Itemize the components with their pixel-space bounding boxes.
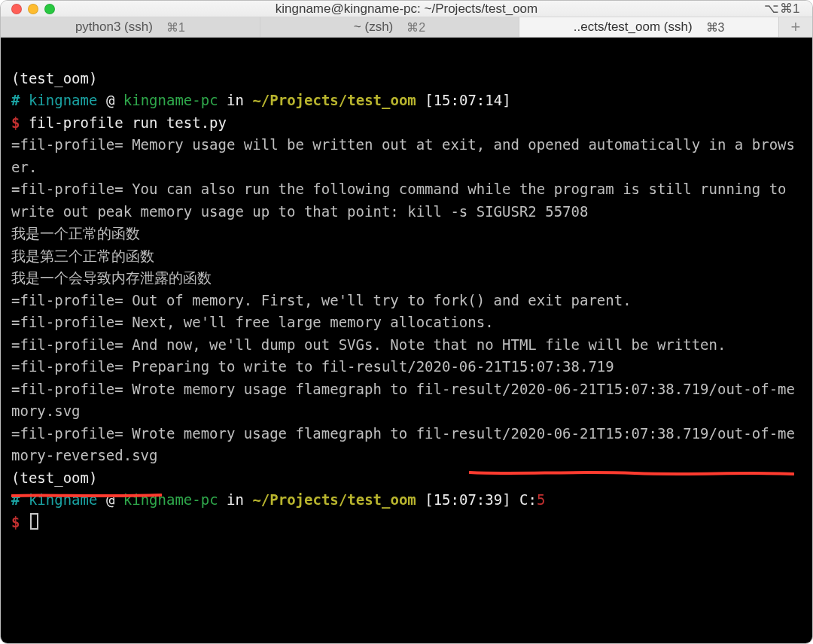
zoom-icon[interactable] — [44, 4, 55, 14]
output-line: =fil-profile= Wrote memory usage flamegr… — [11, 381, 795, 420]
tab-shortcut: ⌘2 — [406, 20, 425, 35]
prompt-dollar: $ — [11, 514, 20, 530]
venv-label: (test_oom) — [11, 70, 97, 87]
exit-code-label: C: — [519, 491, 537, 508]
prompt-in: in — [227, 491, 244, 508]
tab-label: ~ (zsh) — [354, 20, 393, 35]
prompt-path: ~/Projects/test_oom — [252, 92, 416, 108]
prompt-user: kingname — [29, 92, 98, 108]
window-shortcut: ⌥⌘1 — [764, 1, 812, 17]
prompt-host: kingname-pc — [123, 92, 218, 108]
prompt-hash: # — [11, 491, 20, 508]
terminal[interactable]: (test_oom) # kingname @ kingname-pc in ~… — [1, 38, 812, 644]
tabbar: python3 (ssh) ⌘1 ~ (zsh) ⌘2 ..ects/test_… — [1, 17, 812, 38]
window-title: kingname@kingname-pc: ~/Projects/test_oo… — [1, 2, 812, 17]
tab-label: python3 (ssh) — [75, 20, 153, 35]
prompt-user: kingname — [29, 491, 98, 508]
prompt-in: in — [227, 92, 244, 108]
output-line: 我是一个会导致内存泄露的函数 — [11, 269, 212, 286]
exit-code-value: 5 — [537, 491, 545, 508]
output-line: =fil-profile= Preparing to write to fil-… — [11, 358, 614, 375]
tab-shortcut: ⌘1 — [166, 20, 185, 35]
traffic-lights — [1, 4, 55, 14]
app-window: kingname@kingname-pc: ~/Projects/test_oo… — [0, 0, 813, 644]
titlebar: kingname@kingname-pc: ~/Projects/test_oo… — [1, 1, 812, 17]
output-line: 我是一个正常的函数 — [11, 225, 140, 242]
close-icon[interactable] — [11, 4, 22, 14]
output-line: =fil-profile= Next, we'll free large mem… — [11, 314, 494, 330]
tab-shortcut: ⌘3 — [706, 20, 725, 35]
output-line: =fil-profile= Out of memory. First, we'l… — [11, 292, 632, 308]
tab-label: ..ects/test_oom (ssh) — [574, 20, 693, 35]
prompt-at: @ — [106, 92, 114, 108]
tab-python3[interactable]: python3 (ssh) ⌘1 — [1, 17, 260, 37]
venv-label: (test_oom) — [11, 469, 97, 486]
tab-test-oom[interactable]: ..ects/test_oom (ssh) ⌘3 — [519, 17, 779, 37]
prompt-time: [15:07:14] — [425, 92, 510, 108]
output-line: =fil-profile= You can also run the follo… — [11, 181, 795, 220]
minimize-icon[interactable] — [28, 4, 38, 14]
cursor-icon — [30, 513, 38, 530]
plus-icon: + — [791, 17, 801, 37]
prompt-host: kingname-pc — [123, 491, 218, 508]
prompt-path: ~/Projects/test_oom — [252, 491, 416, 508]
prompt-at: @ — [106, 491, 114, 508]
prompt-time: [15:07:39] — [425, 491, 510, 508]
prompt-hash: # — [11, 92, 20, 108]
output-line: 我是第三个正常的函数 — [11, 248, 154, 264]
prompt-dollar: $ — [11, 114, 20, 131]
tab-zsh[interactable]: ~ (zsh) ⌘2 — [260, 17, 520, 37]
new-tab-button[interactable]: + — [779, 17, 812, 37]
output-line: =fil-profile= Memory usage will be writt… — [11, 136, 795, 175]
command-text: fil-profile run test.py — [29, 114, 227, 131]
output-line: =fil-profile= And now, we'll dump out SV… — [11, 336, 726, 353]
output-line: =fil-profile= Wrote memory usage flamegr… — [11, 425, 795, 464]
